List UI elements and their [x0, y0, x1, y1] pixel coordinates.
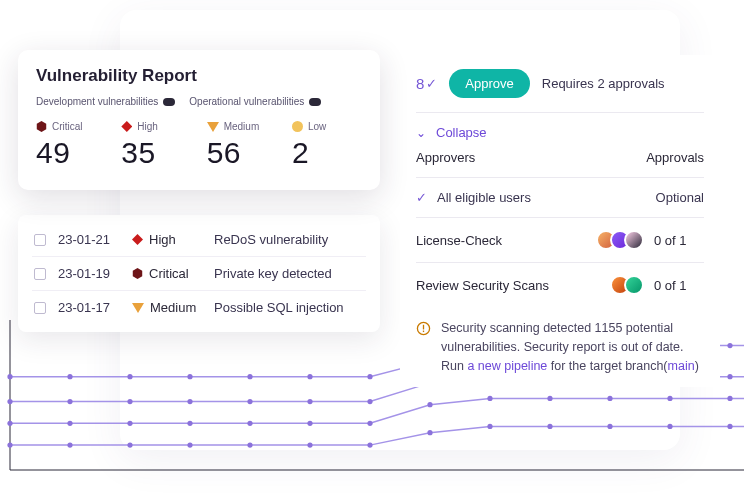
chart-point [247, 374, 252, 379]
chart-point [67, 374, 72, 379]
chart-point [187, 374, 192, 379]
chart-point [547, 424, 552, 429]
chart-point [367, 374, 372, 379]
medium-icon [207, 122, 219, 132]
chart-point [67, 399, 72, 404]
chart-point [7, 374, 12, 379]
check-icon: ✓ [426, 76, 437, 91]
chart-point [427, 430, 432, 435]
chart-point [727, 374, 732, 379]
chart-point [7, 399, 12, 404]
medium-icon [132, 303, 144, 313]
severity-label: Low [308, 121, 326, 132]
high-icon [121, 121, 132, 132]
finding-date: 23-01-21 [58, 232, 120, 247]
eligible-label: All eligible users [437, 190, 531, 205]
chart-point [607, 424, 612, 429]
chart-point [307, 399, 312, 404]
chart-point [247, 421, 252, 426]
rule-count: 0 of 1 [654, 278, 704, 293]
finding-description: Possible SQL injection [214, 300, 364, 315]
chart-point [247, 443, 252, 448]
finding-row[interactable]: 23-01-21 High ReDoS vulnerability [32, 223, 366, 256]
new-pipeline-link[interactable]: a new pipeline [467, 359, 547, 373]
checkbox[interactable] [34, 302, 46, 314]
eligible-section: ✓ All eligible users Optional [416, 178, 704, 218]
approval-count: 8✓ [416, 75, 437, 92]
chart-point [727, 343, 732, 348]
branch-link[interactable]: main [668, 359, 695, 373]
chevron-down-icon: ⌄ [416, 126, 426, 140]
chart-point [487, 396, 492, 401]
svg-rect-1 [423, 325, 424, 330]
warning-post: ) [695, 359, 699, 373]
legend-ops: Operational vulnerabilities [189, 96, 321, 107]
rule-name: Review Security Scans [416, 278, 610, 293]
finding-row[interactable]: 23-01-17 Medium Possible SQL injection [32, 290, 366, 324]
report-legend: Development vulnerabilities Operational … [36, 96, 362, 107]
collapse-toggle[interactable]: ⌄ Collapse [416, 125, 704, 140]
chart-point [187, 421, 192, 426]
warning-mid: for the target branch( [547, 359, 667, 373]
approval-rule: Review Security Scans 0 of 1 [416, 263, 704, 307]
finding-date: 23-01-17 [58, 300, 120, 315]
warning-icon [416, 321, 431, 375]
severity-label: Critical [52, 121, 83, 132]
chart-point [127, 399, 132, 404]
check-icon: ✓ [416, 190, 427, 205]
checkbox[interactable] [34, 234, 46, 246]
chart-point [127, 421, 132, 426]
legend-ops-label: Operational vulnerabilities [189, 96, 304, 107]
report-title: Vulnerability Report [36, 66, 362, 86]
legend-dev: Development vulnerabilities [36, 96, 175, 107]
chart-point [667, 424, 672, 429]
avatars [610, 275, 644, 295]
chart-point [727, 396, 732, 401]
chart-point [7, 421, 12, 426]
chart-point [67, 443, 72, 448]
avatar[interactable] [624, 230, 644, 250]
header-approvers: Approvers [416, 150, 475, 165]
rule-count: 0 of 1 [654, 233, 704, 248]
avatars [596, 230, 644, 250]
chart-point [247, 399, 252, 404]
approvals-panel: 8✓ Approve Requires 2 approvals ⌄ Collap… [400, 55, 720, 387]
approve-button[interactable]: Approve [449, 69, 529, 98]
avatar[interactable] [624, 275, 644, 295]
chart-point [307, 443, 312, 448]
finding-row[interactable]: 23-01-19 Critical Private key detected [32, 256, 366, 290]
finding-description: Private key detected [214, 266, 364, 281]
severity-label: High [137, 121, 158, 132]
finding-date: 23-01-19 [58, 266, 120, 281]
approval-rule: License-Check 0 of 1 [416, 218, 704, 263]
low-icon [292, 121, 303, 132]
chart-point [127, 443, 132, 448]
chart-point [127, 374, 132, 379]
security-warning: Security scanning detected 1155 potentia… [416, 307, 704, 375]
chart-point [607, 396, 612, 401]
collapse-label: Collapse [436, 125, 487, 140]
severity-high[interactable]: High 35 [121, 121, 191, 170]
warning-text: Security scanning detected 1155 potentia… [441, 319, 704, 375]
checkbox[interactable] [34, 268, 46, 280]
pill-icon [309, 98, 321, 106]
chart-series [10, 426, 744, 445]
chart-point [307, 421, 312, 426]
severity-count: 49 [36, 136, 106, 170]
severity-low[interactable]: Low 2 [292, 121, 362, 170]
findings-card: 23-01-21 High ReDoS vulnerability 23-01-… [18, 215, 380, 332]
chart-point [307, 374, 312, 379]
severity-critical[interactable]: Critical 49 [36, 121, 106, 170]
vulnerability-report-card: Vulnerability Report Development vulnera… [18, 50, 380, 190]
chart-point [547, 396, 552, 401]
chart-point [667, 396, 672, 401]
chart-point [367, 443, 372, 448]
finding-severity: Critical [132, 266, 202, 281]
severity-medium[interactable]: Medium 56 [207, 121, 277, 170]
svg-rect-2 [423, 331, 424, 333]
chart-point [7, 443, 12, 448]
approvals-collapse-section: ⌄ Collapse Approvers Approvals [416, 113, 704, 178]
chart-point [67, 421, 72, 426]
critical-icon [132, 268, 143, 279]
finding-severity: High [132, 232, 202, 247]
